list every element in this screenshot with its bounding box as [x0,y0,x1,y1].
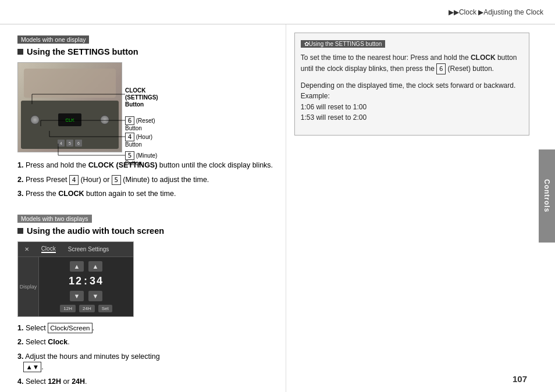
ts-main-panel: ▲ ▲ 12:34 ▼ ▼ 12H 24H Se [39,257,133,316]
info-badge: ✿Using the SETTINGS button [301,40,386,48]
car-interior-graphic: CLK 4 5 6 [18,63,122,152]
minute-up-arrow[interactable]: ▲ [88,261,102,272]
car-diagram-box: CLK 4 5 6 [17,62,122,152]
hour-up-arrow[interactable]: ▲ [70,261,84,272]
arrow-buttons-icon: ▲▼ [23,362,41,372]
ts-12h-button[interactable]: 12H [60,305,76,312]
info-paragraph-1: To set the time to the nearest hour: Pre… [301,52,523,74]
settings-button-diagram: CLK 4 5 6 [17,62,169,152]
step-2: 2. Press Preset 4 (Hour) or 5 (Minute) t… [17,175,276,186]
reset-button-label: 6 (Reset) Button [125,116,169,132]
minute-button-label: 5 (Minute) Button [125,151,169,167]
section-heading-touchscreen: Using the audio with touch screen [17,226,276,236]
ts-down-arrows: ▼ ▼ [70,291,102,301]
breadcrumb: ▶▶▶▶Clock ▶Adjusting the ClockClock ▶Adj… [449,8,543,16]
breadcrumb-arrows: ▶▶ [449,8,459,16]
left-column: Models with one display Using the SETTIN… [0,24,286,392]
section-badge-one: Models with one display [17,35,89,44]
clock-settings-label: CLOCK (SETTINGS)Button [125,87,169,108]
ts-tab-clock[interactable]: Clock [41,245,56,253]
step-3: 3. Press the CLOCK button again to set t… [17,189,276,199]
main-content: Models with one display Using the SETTIN… [0,24,539,392]
section-heading-settings: Using the SETTINGS button [17,47,276,56]
hour-down-arrow[interactable]: ▼ [70,291,84,301]
ts-body: Display ▲ ▲ 12:34 ▼ ▼ [18,257,133,316]
ts-step-2: 2. Select Clock. [17,337,276,348]
square-bullet-icon-2 [17,228,23,234]
ts-step-4: 4. Select 12H or 24H. [17,377,276,387]
header-bar: ▶▶▶▶Clock ▶Adjusting the ClockClock ▶Adj… [0,0,555,24]
square-bullet-icon [17,49,23,55]
ts-set-button[interactable]: Set [98,305,112,312]
ts-24h-button[interactable]: 24H [79,305,95,312]
info-paragraph-2: Depending on the displayed time, the clo… [301,80,523,123]
controls-tab: Controls [539,149,555,243]
info-text-block: To set the time to the nearest hour: Pre… [301,52,523,123]
ts-left-panel: Display [18,257,39,316]
ts-bottom-row: 12H 24H Set [58,305,114,312]
section-one-display: Models with one display Using the SETTIN… [17,35,276,199]
hour-button-label: 4 (Hour) Button [125,133,169,148]
minute-down-arrow[interactable]: ▼ [88,291,102,301]
ts-step-3: 3. Adjust the hours and minutes by selec… [17,352,276,373]
section-badge-two: Models with two displays [17,215,92,223]
right-column: ✿Using the SETTINGS button To set the ti… [286,24,539,392]
touchscreen-mockup: ✕ Clock Screen Settings Display ▲ ▲ 12:3… [17,241,134,317]
section-two-displays: Models with two displays Using the audio… [17,214,276,393]
ts-header-bar: ✕ Clock Screen Settings [18,242,133,257]
ts-up-arrows: ▲ ▲ [70,261,102,272]
ts-time-display: 12:34 [69,275,104,287]
ts-step-1: 1. Select Clock/Screen. [17,323,276,334]
section2-steps: 1. Select Clock/Screen. 2. Select Clock.… [17,323,276,393]
ts-tab-screen-settings[interactable]: Screen Settings [68,246,109,252]
